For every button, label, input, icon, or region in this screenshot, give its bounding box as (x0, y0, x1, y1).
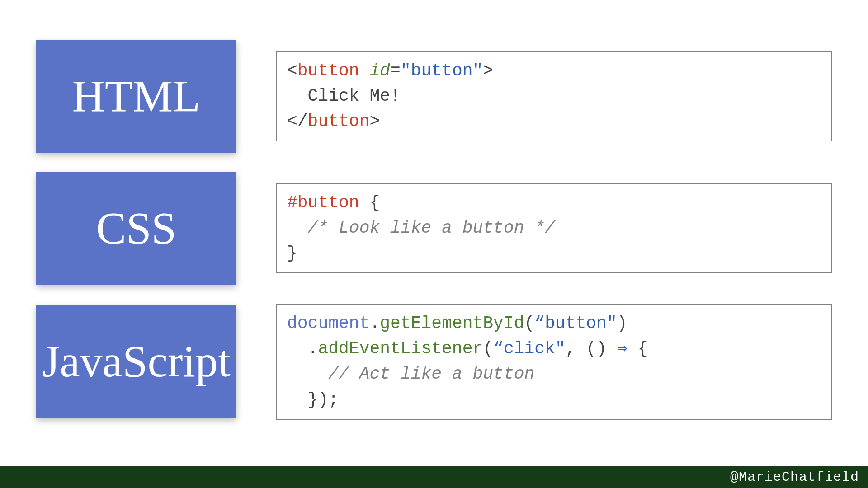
paren-open-2: ( (483, 339, 493, 358)
space (607, 339, 617, 358)
brace-open: { (369, 193, 380, 212)
space (359, 61, 370, 80)
arrow-params: () (586, 339, 607, 358)
footer-handle: @MarieChatfield (730, 469, 859, 485)
dot: . (308, 339, 318, 358)
label-card-html: HTML (36, 40, 236, 153)
row-javascript: JavaScript document.getElementById(“butt… (36, 304, 832, 420)
content-area: HTML <button id="button"> Click Me! </bu… (36, 40, 832, 420)
label-javascript: JavaScript (42, 339, 231, 384)
code-box-javascript: document.getElementById(“button") .addEv… (276, 304, 832, 420)
html-body-text: Click Me! (287, 86, 401, 106)
label-css: CSS (96, 206, 177, 251)
angle-close: > (483, 61, 493, 80)
dot: . (369, 314, 380, 333)
indent (287, 339, 308, 358)
comma: , (566, 339, 586, 358)
angle-close-2: > (369, 112, 380, 131)
label-card-css: CSS (36, 172, 236, 285)
js-tail: }); (287, 390, 339, 409)
code-box-css: #button { /* Look like a button */ } (276, 183, 832, 274)
space (627, 339, 638, 358)
js-getelementbyid: getElementById (380, 314, 524, 333)
attr-value: "button" (401, 61, 483, 80)
label-card-javascript: JavaScript (36, 305, 236, 418)
brace-open: { (637, 339, 648, 358)
space (359, 193, 370, 212)
row-css: CSS #button { /* Look like a button */ } (36, 172, 832, 285)
footer-bar: @MarieChatfield (0, 466, 868, 488)
css-comment: /* Look like a button */ (287, 218, 555, 238)
css-selector: #button (287, 193, 359, 212)
tag-button-open: button (297, 61, 359, 80)
attr-id: id (369, 61, 390, 80)
angle-open: < (287, 61, 297, 80)
js-comment: // Act like a button (287, 364, 534, 384)
js-arg-button: “button" (534, 314, 617, 333)
js-document: document (287, 314, 369, 333)
equals: = (390, 61, 401, 80)
paren-close: ) (617, 314, 627, 333)
js-addeventlistener: addEventListener (318, 339, 483, 358)
brace-close: } (287, 244, 297, 263)
js-arg-click: “click" (493, 339, 566, 358)
arrow-icon: ⇒ (617, 339, 627, 358)
paren-open: ( (524, 314, 535, 333)
label-html: HTML (72, 74, 200, 119)
slide: HTML <button id="button"> Click Me! </bu… (0, 0, 868, 488)
code-box-html: <button id="button"> Click Me! </button> (276, 51, 832, 142)
angle-open-close: </ (287, 112, 308, 131)
row-html: HTML <button id="button"> Click Me! </bu… (36, 40, 832, 153)
tag-button-close: button (308, 112, 370, 131)
